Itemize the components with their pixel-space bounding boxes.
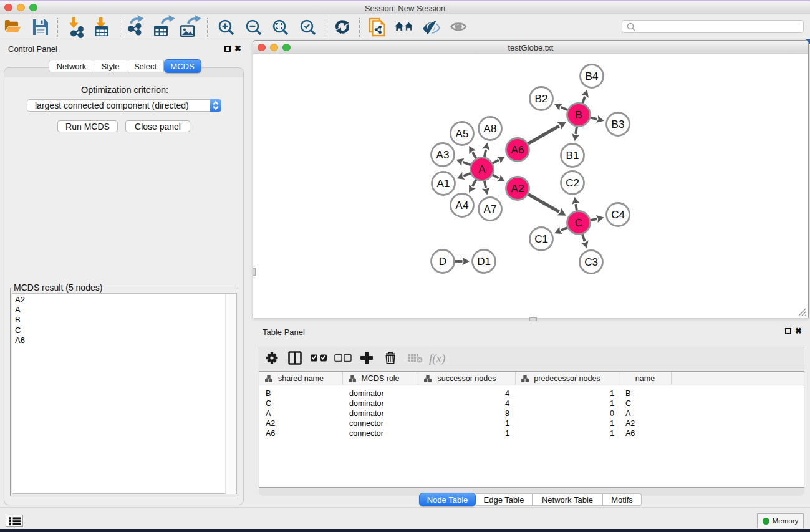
svg-text:B3: B3: [612, 118, 625, 130]
svg-text:C3: C3: [584, 256, 598, 268]
svg-text:C4: C4: [611, 209, 625, 221]
svg-text:C2: C2: [566, 177, 579, 189]
svg-text:C1: C1: [534, 233, 548, 245]
svg-text:A4: A4: [456, 200, 469, 211]
svg-text:f(x): f(x): [429, 352, 445, 365]
svg-text:A: A: [478, 163, 486, 175]
svg-text:A3: A3: [436, 149, 450, 161]
svg-text:A6: A6: [511, 144, 524, 156]
svg-text:D1: D1: [477, 256, 491, 268]
svg-text:A5: A5: [456, 128, 469, 140]
svg-text:A7: A7: [484, 203, 497, 215]
svg-text:B1: B1: [566, 150, 579, 162]
svg-text:A8: A8: [484, 123, 497, 135]
svg-text:A2: A2: [511, 183, 524, 195]
svg-text:B2: B2: [535, 93, 548, 105]
svg-text:B: B: [575, 109, 582, 121]
svg-text:B4: B4: [586, 70, 599, 82]
svg-text:A1: A1: [437, 178, 450, 190]
svg-text:D: D: [439, 256, 446, 268]
svg-text:C: C: [575, 217, 582, 229]
